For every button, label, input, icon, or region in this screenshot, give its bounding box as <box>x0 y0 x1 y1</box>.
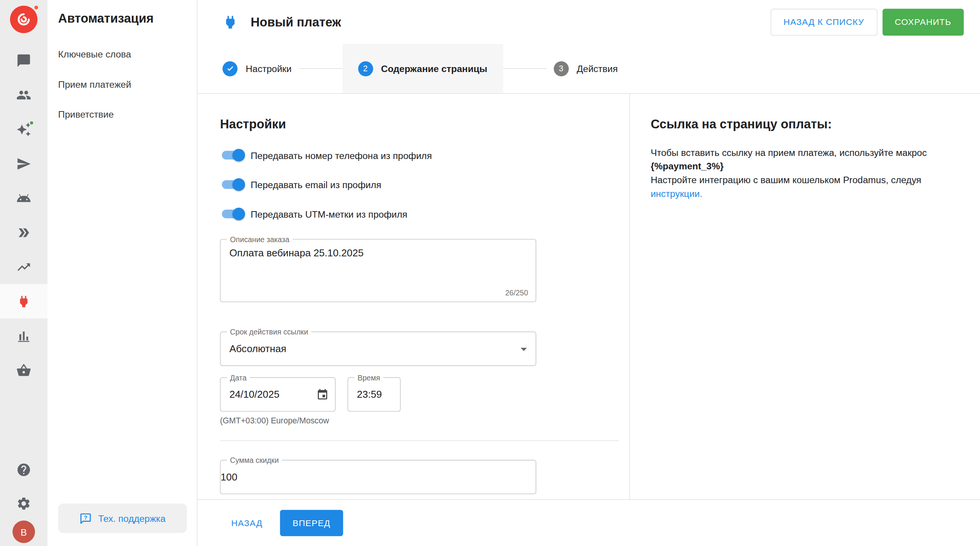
bar-chart-icon <box>16 328 31 343</box>
step-1-label: Настройки <box>246 63 292 74</box>
form-divider <box>220 440 619 441</box>
rail-item-chats[interactable] <box>0 43 47 78</box>
plug-icon <box>16 294 31 309</box>
svg-text:?: ? <box>84 514 87 520</box>
rail-item-ai[interactable] <box>0 112 47 146</box>
settings-form: Настройки Передавать номер телефона из п… <box>198 94 629 499</box>
step-3-label: Действия <box>577 63 617 74</box>
support-button[interactable]: ? Тех. поддержка <box>58 503 187 533</box>
check-icon <box>226 64 234 72</box>
rail-item-bots[interactable] <box>0 181 47 215</box>
wizard-back-button[interactable]: НАЗАД <box>231 518 263 528</box>
dropdown-arrow-icon <box>521 348 527 351</box>
chat-icon <box>16 53 31 68</box>
android-icon <box>16 190 31 205</box>
date-label: Дата <box>227 373 250 383</box>
step-1-check-circle <box>222 61 237 76</box>
time-field[interactable]: Время 23:59 <box>348 377 401 412</box>
time-value: 23:59 <box>348 389 390 400</box>
rail-item-contacts[interactable] <box>0 77 47 112</box>
pact-logo-glyph <box>15 11 33 28</box>
sidebar: Автоматизация Ключевые слова Прием плате… <box>47 0 198 546</box>
main-area: Новый платеж НАЗАД К СПИСКУ СОХРАНИТЬ На… <box>198 0 980 546</box>
support-button-label: Тех. поддержка <box>98 513 166 524</box>
support-chat-icon: ? <box>80 512 92 525</box>
wizard-stepper: Настройки 2 Содержание страницы 3 Действ… <box>198 44 980 94</box>
page-title: Новый платеж <box>251 15 341 29</box>
logo-notification-dot <box>33 4 39 10</box>
form-heading: Настройки <box>220 116 619 131</box>
ai-notification-dot <box>29 120 34 126</box>
send-icon <box>16 156 31 171</box>
toggle-row-email: Передавать email из профиля <box>220 178 619 191</box>
sidebar-item-greeting[interactable]: Приветствие <box>58 99 186 129</box>
sidebar-title: Автоматизация <box>58 11 186 26</box>
wizard-next-button[interactable]: ВПЕРЕД <box>280 510 343 536</box>
people-icon <box>16 87 31 102</box>
date-time-row: Дата 24/10/2025 Время 23:59 <box>220 377 619 412</box>
phone-toggle-label: Передавать номер телефона из профиля <box>251 150 432 161</box>
rail-item-integrations[interactable] <box>0 284 47 318</box>
rail-items <box>0 43 47 387</box>
double-arrow-icon <box>16 225 31 240</box>
payment-link-text: Чтобы вставить ссылку на прием платежа, … <box>651 146 955 201</box>
step-settings[interactable]: Настройки <box>215 61 299 76</box>
payment-link-panel: Ссылка на страницу оплаты: Чтобы вставит… <box>630 94 980 499</box>
order-description-label: Описание заказа <box>227 234 292 244</box>
order-description-field[interactable]: Описание заказа Оплата вебинара 25.10.20… <box>220 239 536 302</box>
help-icon <box>16 462 31 477</box>
calendar-icon[interactable] <box>316 388 329 401</box>
utm-toggle[interactable] <box>220 208 245 220</box>
app-logo[interactable] <box>10 6 38 33</box>
timezone-hint: (GMT+03:00) Europe/Moscow <box>220 416 619 425</box>
basket-icon <box>16 362 31 377</box>
integration-instruction-text: Настройте интеграцию с вашим кошельком P… <box>651 173 955 187</box>
instructions-link[interactable]: инструкции. <box>651 188 702 199</box>
macro-instruction-text: Чтобы вставить ссылку на прием платежа, … <box>651 146 955 159</box>
step-actions[interactable]: 3 Действия <box>546 61 625 76</box>
utm-toggle-label: Передавать UTM-метки из профиля <box>251 209 407 220</box>
sidebar-items: Ключевые слова Прием платежей Приветстви… <box>58 39 186 129</box>
rail-item-funnels[interactable] <box>0 215 47 250</box>
discount-value: 100 <box>220 471 237 482</box>
rail-item-analytics-growth[interactable] <box>0 249 47 284</box>
avatar-letter: В <box>21 526 27 537</box>
date-value: 24/10/2025 <box>220 389 288 400</box>
step-3-circle: 3 <box>554 61 568 76</box>
back-to-list-button[interactable]: НАЗАД К СПИСКУ <box>771 8 877 35</box>
user-avatar[interactable]: В <box>13 520 35 543</box>
char-counter: 26/250 <box>505 289 528 297</box>
rail-item-settings[interactable] <box>0 487 47 520</box>
toggle-list: Передавать номер телефона из профиля Пер… <box>220 149 619 220</box>
date-field[interactable]: Дата 24/10/2025 <box>220 377 336 412</box>
wizard-footer: НАЗАД ВПЕРЕД <box>198 499 980 546</box>
link-expiry-value: Абсолютная <box>220 343 295 354</box>
rail-item-statistics[interactable] <box>0 318 47 353</box>
discount-label: Сумма скидки <box>227 456 282 466</box>
icon-rail: В <box>0 0 47 546</box>
rail-item-store[interactable] <box>0 353 47 387</box>
gear-icon <box>16 496 31 511</box>
link-expiry-label: Срок действия ссылки <box>227 327 311 337</box>
content: Настройки Передавать номер телефона из п… <box>198 94 980 499</box>
step-2-label: Содержание страницы <box>381 63 487 74</box>
payment-link-heading: Ссылка на страницу оплаты: <box>651 116 955 131</box>
discount-field[interactable]: Сумма скидки 100 <box>220 460 536 494</box>
stepper-connector <box>299 68 342 69</box>
time-label: Время <box>354 373 383 383</box>
sidebar-item-keywords[interactable]: Ключевые слова <box>58 39 186 69</box>
toggle-row-utm: Передавать UTM-метки из профиля <box>220 208 619 220</box>
email-toggle-label: Передавать email из профиля <box>251 179 381 190</box>
rail-item-help[interactable] <box>0 453 47 487</box>
trending-up-icon <box>16 259 31 274</box>
link-expiry-select[interactable]: Срок действия ссылки Абсолютная <box>220 331 536 366</box>
step-page-content[interactable]: 2 Содержание страницы <box>350 61 495 76</box>
sidebar-item-payments[interactable]: Прием платежей <box>58 69 186 99</box>
step-2-circle: 2 <box>358 61 373 76</box>
rail-item-broadcasts[interactable] <box>0 146 47 181</box>
save-button[interactable]: СОХРАНИТЬ <box>882 8 964 35</box>
plug-icon <box>222 13 239 30</box>
phone-toggle[interactable] <box>220 149 245 162</box>
payment-macro: {%payment_3%} <box>651 159 955 173</box>
email-toggle[interactable] <box>220 178 245 191</box>
